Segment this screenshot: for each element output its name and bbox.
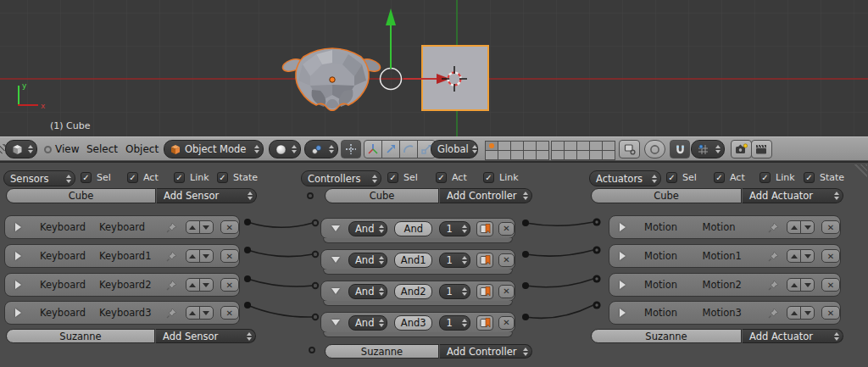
states-stepper[interactable]: 1: [439, 253, 470, 268]
move-up-button[interactable]: [787, 249, 801, 263]
menu-object[interactable]: Object: [125, 143, 159, 155]
actuator-row[interactable]: Motion Motion1: [609, 244, 841, 268]
manipulator-toggle-button[interactable]: [341, 140, 361, 158]
actuator-row[interactable]: Motion Motion3: [609, 301, 841, 325]
menu-select[interactable]: Select: [86, 143, 118, 155]
sensor-object-button[interactable]: Cube: [6, 188, 156, 203]
controller-name-field[interactable]: And3: [394, 315, 432, 331]
viewport-3d[interactable]: y x (1) Cube: [0, 0, 868, 136]
delete-button[interactable]: [821, 249, 840, 263]
manipulator-axis-button[interactable]: [364, 140, 382, 158]
collapse-icon[interactable]: [331, 257, 340, 263]
expand-icon[interactable]: [15, 309, 21, 317]
controller-type-dropdown[interactable]: And: [348, 315, 387, 331]
controller-row[interactable]: And And2 1: [320, 281, 515, 302]
pivot-point-dropdown[interactable]: [304, 140, 338, 158]
sensor-name-field[interactable]: Keyboard1: [99, 250, 164, 262]
move-up-button[interactable]: [186, 249, 200, 263]
controller-input-sockets[interactable]: [308, 193, 318, 353]
state-checkbox[interactable]: [217, 172, 228, 183]
render-opengl-button[interactable]: [731, 140, 752, 158]
controller-type-dropdown[interactable]: And: [348, 221, 387, 236]
controller-name-field[interactable]: And: [394, 221, 432, 236]
state-checkbox[interactable]: [804, 172, 815, 183]
proportional-edit-button[interactable]: [644, 140, 665, 158]
render-opengl-anim-button[interactable]: [751, 140, 772, 158]
sensor-object-button[interactable]: Suzanne: [6, 329, 155, 343]
pin-icon[interactable]: [165, 251, 179, 262]
expand-icon[interactable]: [620, 252, 626, 260]
pin-icon[interactable]: [165, 222, 179, 233]
actuator-object-button[interactable]: Suzanne: [591, 329, 742, 343]
pin-icon[interactable]: [165, 280, 179, 291]
pin-icon[interactable]: [165, 308, 179, 319]
visible-states-icon[interactable]: [476, 221, 493, 236]
controller-row[interactable]: And And1 1: [320, 249, 515, 270]
sensor-row[interactable]: Keyboard Keyboard3: [4, 301, 240, 325]
move-up-button[interactable]: [787, 220, 801, 234]
actuator-row[interactable]: Motion Motion2: [609, 273, 841, 297]
sensor-row[interactable]: Keyboard Keyboard1: [4, 244, 240, 268]
snap-element-dropdown[interactable]: [691, 140, 725, 158]
move-down-button[interactable]: [199, 220, 214, 234]
controller-object-button[interactable]: Cube: [325, 188, 439, 203]
delete-button[interactable]: [220, 278, 239, 292]
delete-button[interactable]: [498, 316, 515, 330]
rotate-manipulator-button[interactable]: [399, 140, 418, 158]
states-stepper[interactable]: 1: [439, 284, 470, 299]
sensor-row[interactable]: Keyboard Keyboard2: [4, 273, 240, 297]
controller-object-button[interactable]: Suzanne: [325, 344, 439, 359]
controllers-panel-dropdown[interactable]: Controllers: [301, 170, 381, 186]
expand-icon[interactable]: [620, 309, 626, 317]
mode-dropdown[interactable]: Object Mode: [164, 140, 264, 158]
move-up-button[interactable]: [787, 278, 801, 292]
snap-toggle-button[interactable]: [670, 140, 690, 158]
collapse-menus-toggle[interactable]: [44, 146, 52, 153]
add-controller-dropdown[interactable]: Add Controller: [439, 188, 532, 203]
move-down-button[interactable]: [800, 249, 815, 263]
corner-resize-grip[interactable]: [854, 164, 867, 178]
expand-icon[interactable]: [15, 281, 21, 289]
actuator-name-field[interactable]: Motion1: [703, 250, 765, 262]
actuator-object-button[interactable]: Cube: [591, 188, 742, 203]
pin-icon[interactable]: [767, 222, 780, 233]
link-checkbox[interactable]: [760, 172, 771, 183]
controller-row[interactable]: And And3 1: [320, 312, 515, 333]
move-down-button[interactable]: [800, 278, 815, 292]
translate-manipulator-button[interactable]: [381, 140, 400, 158]
move-down-button[interactable]: [800, 306, 815, 320]
sensor-row[interactable]: Keyboard Keyboard: [4, 215, 240, 239]
delete-button[interactable]: [821, 278, 840, 292]
add-sensor-dropdown[interactable]: Add Sensor: [156, 188, 257, 203]
add-actuator-dropdown[interactable]: Add Actuator: [742, 329, 843, 343]
expand-icon[interactable]: [15, 223, 21, 231]
expand-icon[interactable]: [620, 281, 626, 289]
pin-icon[interactable]: [767, 251, 780, 262]
controller-name-field[interactable]: And2: [394, 284, 432, 299]
delete-button[interactable]: [498, 253, 515, 267]
expand-icon[interactable]: [15, 252, 21, 260]
sensor-name-field[interactable]: Keyboard: [99, 221, 164, 233]
move-up-button[interactable]: [186, 278, 200, 292]
move-up-button[interactable]: [787, 306, 801, 320]
orientation-dropdown[interactable]: Global: [431, 140, 478, 158]
act-checkbox[interactable]: [714, 172, 725, 183]
sensor-name-field[interactable]: Keyboard3: [99, 307, 164, 319]
visible-states-icon[interactable]: [476, 315, 493, 331]
layer-cell-active[interactable]: [486, 142, 498, 150]
states-stepper[interactable]: 1: [439, 221, 470, 236]
delete-button[interactable]: [498, 222, 515, 236]
add-actuator-dropdown[interactable]: Add Actuator: [742, 188, 843, 203]
actuator-name-field[interactable]: Motion: [703, 221, 765, 233]
add-controller-dropdown[interactable]: Add Controller: [439, 344, 532, 359]
collapse-icon[interactable]: [331, 320, 340, 325]
collapse-icon[interactable]: [331, 288, 340, 294]
move-down-button[interactable]: [199, 249, 214, 263]
delete-button[interactable]: [821, 306, 840, 320]
actuator-name-field[interactable]: Motion3: [703, 307, 765, 319]
sel-checkbox[interactable]: [666, 172, 677, 183]
sel-checkbox[interactable]: [81, 172, 92, 183]
editor-type-dropdown[interactable]: [5, 140, 37, 158]
actuator-input-sockets[interactable]: [593, 218, 600, 309]
sensor-name-field[interactable]: Keyboard2: [99, 279, 164, 291]
